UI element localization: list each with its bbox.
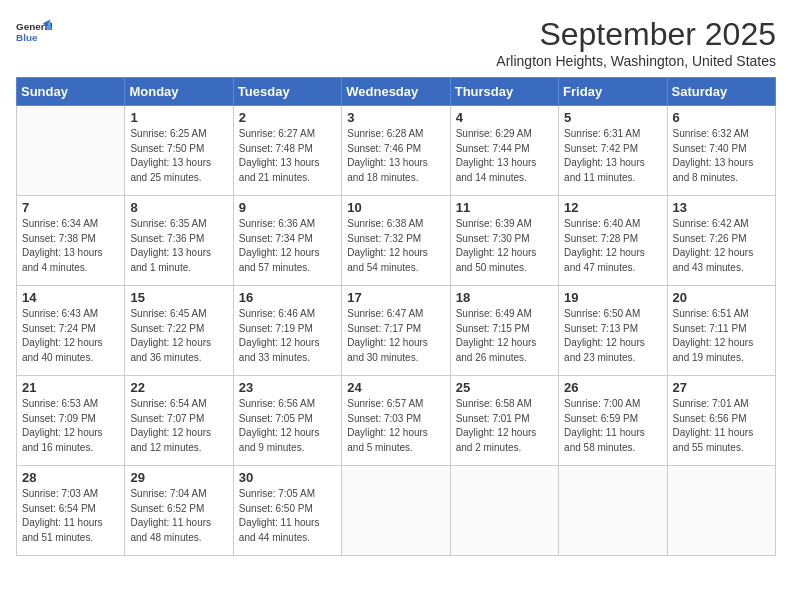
day-info: Sunrise: 6:51 AMSunset: 7:11 PMDaylight:…	[673, 307, 770, 365]
day-number: 7	[22, 200, 119, 215]
calendar-cell: 23Sunrise: 6:56 AMSunset: 7:05 PMDayligh…	[233, 376, 341, 466]
weekday-header-friday: Friday	[559, 78, 667, 106]
day-number: 17	[347, 290, 444, 305]
calendar-cell	[342, 466, 450, 556]
calendar-cell: 8Sunrise: 6:35 AMSunset: 7:36 PMDaylight…	[125, 196, 233, 286]
day-info: Sunrise: 6:45 AMSunset: 7:22 PMDaylight:…	[130, 307, 227, 365]
day-info: Sunrise: 6:39 AMSunset: 7:30 PMDaylight:…	[456, 217, 553, 275]
day-info: Sunrise: 6:31 AMSunset: 7:42 PMDaylight:…	[564, 127, 661, 185]
calendar-cell: 11Sunrise: 6:39 AMSunset: 7:30 PMDayligh…	[450, 196, 558, 286]
calendar-cell: 1Sunrise: 6:25 AMSunset: 7:50 PMDaylight…	[125, 106, 233, 196]
day-number: 2	[239, 110, 336, 125]
day-info: Sunrise: 6:57 AMSunset: 7:03 PMDaylight:…	[347, 397, 444, 455]
day-number: 30	[239, 470, 336, 485]
calendar-cell: 14Sunrise: 6:43 AMSunset: 7:24 PMDayligh…	[17, 286, 125, 376]
day-number: 16	[239, 290, 336, 305]
logo: General Blue	[16, 16, 52, 52]
day-info: Sunrise: 6:25 AMSunset: 7:50 PMDaylight:…	[130, 127, 227, 185]
day-info: Sunrise: 7:05 AMSunset: 6:50 PMDaylight:…	[239, 487, 336, 545]
day-number: 21	[22, 380, 119, 395]
calendar-cell: 4Sunrise: 6:29 AMSunset: 7:44 PMDaylight…	[450, 106, 558, 196]
day-number: 25	[456, 380, 553, 395]
calendar-week-row: 14Sunrise: 6:43 AMSunset: 7:24 PMDayligh…	[17, 286, 776, 376]
day-info: Sunrise: 7:04 AMSunset: 6:52 PMDaylight:…	[130, 487, 227, 545]
calendar-cell: 25Sunrise: 6:58 AMSunset: 7:01 PMDayligh…	[450, 376, 558, 466]
day-number: 14	[22, 290, 119, 305]
day-number: 5	[564, 110, 661, 125]
day-number: 22	[130, 380, 227, 395]
calendar-cell: 20Sunrise: 6:51 AMSunset: 7:11 PMDayligh…	[667, 286, 775, 376]
calendar-cell: 19Sunrise: 6:50 AMSunset: 7:13 PMDayligh…	[559, 286, 667, 376]
day-number: 15	[130, 290, 227, 305]
day-info: Sunrise: 6:43 AMSunset: 7:24 PMDaylight:…	[22, 307, 119, 365]
svg-text:Blue: Blue	[16, 32, 38, 43]
calendar-cell: 30Sunrise: 7:05 AMSunset: 6:50 PMDayligh…	[233, 466, 341, 556]
day-number: 29	[130, 470, 227, 485]
logo-icon: General Blue	[16, 16, 52, 52]
calendar-cell	[450, 466, 558, 556]
day-info: Sunrise: 7:01 AMSunset: 6:56 PMDaylight:…	[673, 397, 770, 455]
day-info: Sunrise: 6:47 AMSunset: 7:17 PMDaylight:…	[347, 307, 444, 365]
weekday-header-tuesday: Tuesday	[233, 78, 341, 106]
calendar-cell: 16Sunrise: 6:46 AMSunset: 7:19 PMDayligh…	[233, 286, 341, 376]
day-info: Sunrise: 7:03 AMSunset: 6:54 PMDaylight:…	[22, 487, 119, 545]
day-info: Sunrise: 6:38 AMSunset: 7:32 PMDaylight:…	[347, 217, 444, 275]
calendar-cell: 13Sunrise: 6:42 AMSunset: 7:26 PMDayligh…	[667, 196, 775, 286]
day-number: 13	[673, 200, 770, 215]
calendar-cell: 24Sunrise: 6:57 AMSunset: 7:03 PMDayligh…	[342, 376, 450, 466]
day-info: Sunrise: 6:50 AMSunset: 7:13 PMDaylight:…	[564, 307, 661, 365]
calendar-cell: 29Sunrise: 7:04 AMSunset: 6:52 PMDayligh…	[125, 466, 233, 556]
calendar-cell: 17Sunrise: 6:47 AMSunset: 7:17 PMDayligh…	[342, 286, 450, 376]
month-title: September 2025	[496, 16, 776, 53]
calendar-cell: 12Sunrise: 6:40 AMSunset: 7:28 PMDayligh…	[559, 196, 667, 286]
day-number: 28	[22, 470, 119, 485]
day-number: 11	[456, 200, 553, 215]
weekday-header-thursday: Thursday	[450, 78, 558, 106]
day-info: Sunrise: 6:32 AMSunset: 7:40 PMDaylight:…	[673, 127, 770, 185]
calendar-week-row: 1Sunrise: 6:25 AMSunset: 7:50 PMDaylight…	[17, 106, 776, 196]
day-number: 27	[673, 380, 770, 395]
calendar-cell: 10Sunrise: 6:38 AMSunset: 7:32 PMDayligh…	[342, 196, 450, 286]
day-number: 1	[130, 110, 227, 125]
day-number: 6	[673, 110, 770, 125]
calendar-cell: 27Sunrise: 7:01 AMSunset: 6:56 PMDayligh…	[667, 376, 775, 466]
calendar-cell	[17, 106, 125, 196]
day-info: Sunrise: 6:46 AMSunset: 7:19 PMDaylight:…	[239, 307, 336, 365]
day-number: 9	[239, 200, 336, 215]
calendar-cell: 7Sunrise: 6:34 AMSunset: 7:38 PMDaylight…	[17, 196, 125, 286]
weekday-header-monday: Monday	[125, 78, 233, 106]
calendar-cell	[667, 466, 775, 556]
day-number: 26	[564, 380, 661, 395]
day-number: 23	[239, 380, 336, 395]
day-number: 4	[456, 110, 553, 125]
day-info: Sunrise: 6:27 AMSunset: 7:48 PMDaylight:…	[239, 127, 336, 185]
page-header: General Blue September 2025 Arlington He…	[16, 16, 776, 69]
calendar-cell: 21Sunrise: 6:53 AMSunset: 7:09 PMDayligh…	[17, 376, 125, 466]
day-number: 19	[564, 290, 661, 305]
calendar-cell: 26Sunrise: 7:00 AMSunset: 6:59 PMDayligh…	[559, 376, 667, 466]
day-info: Sunrise: 6:56 AMSunset: 7:05 PMDaylight:…	[239, 397, 336, 455]
location-subtitle: Arlington Heights, Washington, United St…	[496, 53, 776, 69]
day-number: 10	[347, 200, 444, 215]
calendar-cell: 15Sunrise: 6:45 AMSunset: 7:22 PMDayligh…	[125, 286, 233, 376]
day-number: 8	[130, 200, 227, 215]
day-number: 24	[347, 380, 444, 395]
day-info: Sunrise: 6:34 AMSunset: 7:38 PMDaylight:…	[22, 217, 119, 275]
day-info: Sunrise: 6:58 AMSunset: 7:01 PMDaylight:…	[456, 397, 553, 455]
calendar-week-row: 7Sunrise: 6:34 AMSunset: 7:38 PMDaylight…	[17, 196, 776, 286]
calendar-cell: 5Sunrise: 6:31 AMSunset: 7:42 PMDaylight…	[559, 106, 667, 196]
day-info: Sunrise: 6:29 AMSunset: 7:44 PMDaylight:…	[456, 127, 553, 185]
day-info: Sunrise: 6:54 AMSunset: 7:07 PMDaylight:…	[130, 397, 227, 455]
calendar-week-row: 28Sunrise: 7:03 AMSunset: 6:54 PMDayligh…	[17, 466, 776, 556]
day-info: Sunrise: 6:49 AMSunset: 7:15 PMDaylight:…	[456, 307, 553, 365]
calendar-cell: 18Sunrise: 6:49 AMSunset: 7:15 PMDayligh…	[450, 286, 558, 376]
day-info: Sunrise: 7:00 AMSunset: 6:59 PMDaylight:…	[564, 397, 661, 455]
calendar-cell	[559, 466, 667, 556]
calendar-table: SundayMondayTuesdayWednesdayThursdayFrid…	[16, 77, 776, 556]
day-number: 18	[456, 290, 553, 305]
calendar-cell: 6Sunrise: 6:32 AMSunset: 7:40 PMDaylight…	[667, 106, 775, 196]
calendar-cell: 9Sunrise: 6:36 AMSunset: 7:34 PMDaylight…	[233, 196, 341, 286]
calendar-cell: 2Sunrise: 6:27 AMSunset: 7:48 PMDaylight…	[233, 106, 341, 196]
day-info: Sunrise: 6:35 AMSunset: 7:36 PMDaylight:…	[130, 217, 227, 275]
day-info: Sunrise: 6:40 AMSunset: 7:28 PMDaylight:…	[564, 217, 661, 275]
